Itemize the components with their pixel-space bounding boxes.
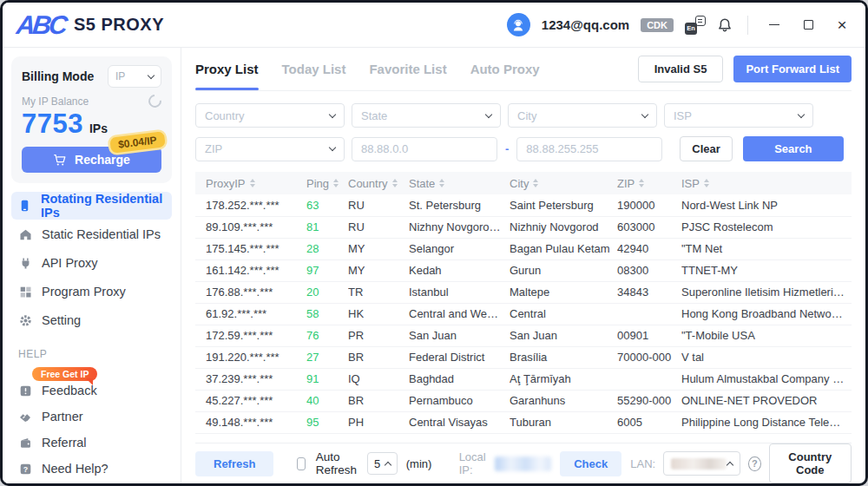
cell-city: Aţ Ţārmīyah <box>510 368 617 390</box>
sort-icon <box>639 179 644 187</box>
table-row[interactable]: 49.148.***.***95PHCentral VisayasTuburan… <box>195 411 852 433</box>
port-forward-list-button[interactable]: Port Forward List <box>733 56 852 82</box>
cell-ping: 97 <box>306 259 348 281</box>
ip-range-separator: - <box>504 142 510 155</box>
cell-isp: PJSC Rostelecom <box>681 216 852 238</box>
website-link[interactable]: www.abcproxy.com <box>15 482 115 486</box>
country-select[interactable]: Country <box>195 103 345 128</box>
version-link[interactable]: V1.3.9 <box>133 482 164 486</box>
sidebar-item-api-proxy[interactable]: API Proxy <box>11 249 172 277</box>
cell-proxyip: 175.145.***.*** <box>195 238 306 259</box>
column-label: State <box>409 177 435 190</box>
help-item-referral[interactable]: Referral <box>11 430 172 456</box>
billing-mode-select[interactable]: IP <box>108 65 161 88</box>
interval-stepper[interactable]: 5 <box>367 452 398 475</box>
chevron-down-icon <box>798 110 805 117</box>
bell-icon[interactable] <box>717 17 733 33</box>
check-button[interactable]: Check <box>560 451 621 476</box>
phone-icon <box>18 199 31 213</box>
free-get-ip-badge: Free Get IP <box>32 367 97 381</box>
invalid-s5-button[interactable]: Invalid S5 <box>638 56 724 82</box>
minimize-icon <box>769 24 779 25</box>
close-icon: × <box>837 16 846 33</box>
cdk-badge[interactable]: CDK <box>641 18 674 32</box>
cell-city: Nizhniy Novgorod <box>510 216 617 238</box>
tab-favorite-list[interactable]: Favorite List <box>369 48 446 90</box>
auto-refresh-label: Auto Refresh <box>316 450 358 476</box>
sort-icon <box>250 179 255 187</box>
zip-select[interactable]: ZIP <box>195 137 345 161</box>
table-row[interactable]: 161.142.***.***97MYKedahGurun08300TTNET-… <box>195 259 852 281</box>
maximize-button[interactable] <box>797 14 819 36</box>
cell-zip: 190000 <box>617 194 681 216</box>
table-row[interactable]: 45.227.***.***40BRPernambucoGaranhuns552… <box>195 390 852 411</box>
partner-icon <box>18 410 32 424</box>
feedback-icon <box>18 384 32 397</box>
cell-isp: TTNET-MY <box>681 259 852 281</box>
help-item-label: Referral <box>42 436 87 450</box>
recharge-button[interactable]: Recharge <box>22 147 161 173</box>
sidebar-item-program-proxy[interactable]: Program Proxy <box>11 278 172 305</box>
cell-zip: 34843 <box>617 281 681 303</box>
sidebar-item-static-residential-ips[interactable]: Static Residential IPs <box>11 220 172 248</box>
refresh-balance-icon[interactable] <box>146 92 164 110</box>
table-row[interactable]: 175.145.***.***28MYSelangorBagan Pulau K… <box>195 238 852 259</box>
isp-select[interactable]: ISP <box>664 103 813 128</box>
table-row[interactable]: 172.59.***.***76PRSan JuanSan Juan00901"… <box>195 325 852 346</box>
sidebar: Billing Mode IP My IP Balance 7753 IPs $… <box>3 48 181 483</box>
table-row[interactable]: 191.220.***.***27BRFederal DistrictBrasí… <box>195 346 852 368</box>
table-row[interactable]: 176.88.***.***20TRIstanbulMaltepe34843Su… <box>195 281 852 303</box>
column-header-isp[interactable]: ISP <box>681 172 852 194</box>
table-row[interactable]: 37.239.***.***91IQBaghdadAţ ŢārmīyahHulu… <box>195 368 852 390</box>
close-button[interactable]: × <box>831 14 853 36</box>
maximize-icon <box>804 20 813 30</box>
table-row[interactable]: 178.252.***.***63RUSt. PetersburgSaint P… <box>195 194 852 216</box>
minimize-button[interactable] <box>763 14 786 36</box>
column-label: ISP <box>681 177 700 190</box>
translate-front-square: En <box>685 23 697 35</box>
cell-isp: Hulum Almustakbal Company f... <box>681 368 852 390</box>
lan-select[interactable] <box>663 451 740 476</box>
sort-icon <box>333 179 339 187</box>
city-select[interactable]: City <box>508 103 657 128</box>
cell-proxyip: 161.142.***.*** <box>195 259 306 281</box>
cell-zip: 70000-000 <box>617 346 681 368</box>
search-button[interactable]: Search <box>743 136 844 161</box>
cell-state: Istanbul <box>409 281 510 303</box>
clear-button[interactable]: Clear <box>680 136 733 161</box>
sidebar-item-rotating-residential-ips[interactable]: Rotating Residential IPs <box>11 192 172 220</box>
ip-range-to-input[interactable] <box>516 137 662 161</box>
auto-refresh-checkbox[interactable] <box>297 457 306 470</box>
ip-range-from-input[interactable] <box>352 137 497 161</box>
tab-today-list[interactable]: Today List <box>282 48 346 90</box>
column-header-state[interactable]: State <box>409 172 510 194</box>
sidebar-item-setting[interactable]: Setting <box>11 306 172 334</box>
tab-auto-proxy[interactable]: Auto Proxy <box>470 48 540 90</box>
column-header-proxyip[interactable]: ProxyIP <box>195 172 306 194</box>
column-header-ping[interactable]: Ping <box>306 172 348 194</box>
cell-city: Saint Petersburg <box>510 194 617 216</box>
table-row[interactable]: 61.92.***.***58HKCentral and WesternCent… <box>195 303 852 325</box>
referral-icon <box>18 437 32 450</box>
help-item-need-help[interactable]: ?Need Help? <box>11 456 172 482</box>
cell-ping: 40 <box>306 390 348 411</box>
column-header-city[interactable]: City <box>510 172 617 194</box>
column-header-zip[interactable]: ZIP <box>617 172 681 194</box>
ip-balance-unit: IPs <box>89 122 108 135</box>
refresh-button[interactable]: Refresh <box>195 451 273 476</box>
table-row[interactable]: 89.109.***.***81RUNizhny Novgorod O...Ni… <box>195 216 852 238</box>
sidebar-item-label: Setting <box>42 313 81 327</box>
column-header-country[interactable]: Country <box>348 172 409 194</box>
country-code-button[interactable]: Country Code <box>769 443 852 483</box>
sort-icon <box>533 179 538 187</box>
help-item-partner[interactable]: Partner <box>11 404 172 430</box>
chevron-down-icon <box>148 71 155 78</box>
state-select[interactable]: State <box>352 103 501 128</box>
help-tooltip-icon[interactable]: ? <box>748 456 760 471</box>
topbar-divider <box>747 16 748 35</box>
help-item-feedback[interactable]: Free Get IPFeedback <box>11 378 172 404</box>
cell-country: RU <box>348 194 409 216</box>
avatar[interactable] <box>507 13 530 36</box>
translate-icon[interactable]: En <box>685 16 706 35</box>
tab-proxy-list[interactable]: Proxy List <box>195 48 259 90</box>
